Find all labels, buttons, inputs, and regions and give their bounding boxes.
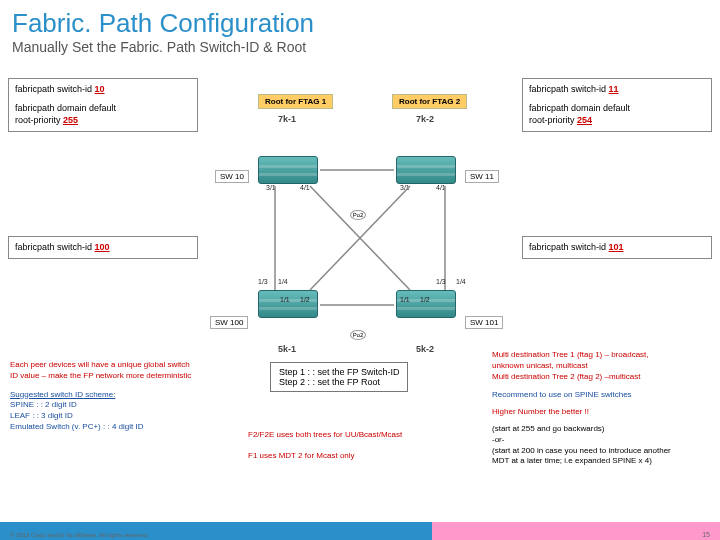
- svg-line-1: [310, 186, 410, 290]
- cfg-text: fabricpath domain default: [529, 102, 705, 115]
- note-line: Emulated Switch (v. PC+) : : 4 digit ID: [10, 422, 220, 433]
- po-label: Po2: [350, 330, 366, 340]
- note-line: Recommend to use on SPINE switches: [492, 390, 710, 401]
- sw-label-11: SW 11: [465, 170, 499, 183]
- root-ftag2-label: Root for FTAG 2: [392, 94, 467, 109]
- note-line: Higher Number the better !!: [492, 407, 710, 418]
- port-label: 1/2: [420, 296, 430, 303]
- cfg-text: fabricpath domain default: [15, 102, 191, 115]
- cfg-val: 101: [609, 242, 624, 252]
- note-line: Each peer devices will have a unique glo…: [10, 360, 220, 371]
- port-label: 1/3: [258, 278, 268, 285]
- page-number: 15: [702, 531, 710, 538]
- cfg-val: 100: [95, 242, 110, 252]
- note-line: MDT at a later time; i.e expanded SPINE …: [492, 456, 710, 467]
- root-ftag1-label: Root for FTAG 1: [258, 94, 333, 109]
- sw-label-10: SW 10: [215, 170, 249, 183]
- note-line: SPINE : : 2 digit ID: [10, 400, 220, 411]
- note-line: Multi destination Tree 2 (ftag 2) –multi…: [492, 372, 710, 383]
- steps-box: Step 1 : : set the FP Switch-ID Step 2 :…: [270, 362, 408, 392]
- note-line: LEAF : : 3 digit ID: [10, 411, 220, 422]
- switch-icon: [396, 156, 456, 184]
- port-label: 4/1: [300, 184, 310, 191]
- port-label: 1/2: [300, 296, 310, 303]
- page-title: Fabric. Path Configuration: [0, 0, 720, 39]
- note-line: Multi destination Tree 1 (ftag 1) – broa…: [492, 350, 710, 361]
- cfg-box-sw100: fabricpath switch-id 100: [8, 236, 198, 259]
- cfg-text: root-priority: [15, 115, 63, 125]
- note-line: ID value – make the FP network more dete…: [10, 371, 220, 382]
- port-label: 1/4: [456, 278, 466, 285]
- cfg-text: fabricpath switch-id: [15, 84, 95, 94]
- note-line: (start at 255 and go backwards): [492, 424, 710, 435]
- note-line: F1 uses MDT 2 for Mcast only: [248, 451, 478, 462]
- port-label: 1/3: [436, 278, 446, 285]
- note-line: -or-: [492, 435, 710, 446]
- cfg-text: fabricpath switch-id: [529, 84, 609, 94]
- notes-left: Each peer devices will have a unique glo…: [10, 360, 220, 433]
- cfg-box-sw101: fabricpath switch-id 101: [522, 236, 712, 259]
- note-line: (start at 200 in case you need to introd…: [492, 446, 710, 457]
- device-label-7k1: 7k-1: [278, 114, 296, 124]
- switch-icon: [258, 290, 318, 318]
- port-label: 3/1: [400, 184, 410, 191]
- port-label: 3/1: [266, 184, 276, 191]
- switch-icon: [258, 156, 318, 184]
- cfg-val: 11: [609, 84, 619, 94]
- note-line: Suggested switch ID scheme:: [10, 390, 220, 401]
- note-line: F2/F2E uses both trees for UU/Bcast/Mcas…: [248, 430, 478, 441]
- sw-label-100: SW 100: [210, 316, 248, 329]
- port-label: 4/1: [436, 184, 446, 191]
- step-1: Step 1 : : set the FP Switch-ID: [279, 367, 399, 377]
- port-label: 1/1: [280, 296, 290, 303]
- cfg-text: fabricpath switch-id: [529, 242, 609, 252]
- footer-copyright: © 2013 Cisco and/or its affiliates. All …: [10, 532, 149, 538]
- cfg-val: 254: [577, 115, 592, 125]
- device-label-5k1: 5k-1: [278, 344, 296, 354]
- cfg-val: 255: [63, 115, 78, 125]
- notes-right: Multi destination Tree 1 (ftag 1) – broa…: [492, 350, 710, 467]
- svg-line-2: [310, 186, 410, 290]
- cfg-text: fabricpath switch-id: [15, 242, 95, 252]
- port-label: 1/4: [278, 278, 288, 285]
- sw-label-101: SW 101: [465, 316, 503, 329]
- page-subtitle: Manually Set the Fabric. Path Switch-ID …: [0, 39, 720, 61]
- notes-mid: F2/F2E uses both trees for UU/Bcast/Mcas…: [248, 430, 478, 462]
- device-label-7k2: 7k-2: [416, 114, 434, 124]
- note-line: unknown unicast, multicast: [492, 361, 710, 372]
- po-label: Po2: [350, 210, 366, 220]
- switch-icon: [396, 290, 456, 318]
- cfg-text: root-priority: [529, 115, 577, 125]
- cfg-box-sw11: fabricpath switch-id 11 fabricpath domai…: [522, 78, 712, 132]
- device-label-5k2: 5k-2: [416, 344, 434, 354]
- cfg-box-sw10: fabricpath switch-id 10 fabricpath domai…: [8, 78, 198, 132]
- cfg-val: 10: [95, 84, 105, 94]
- port-label: 1/1: [400, 296, 410, 303]
- step-2: Step 2 : : set the FP Root: [279, 377, 399, 387]
